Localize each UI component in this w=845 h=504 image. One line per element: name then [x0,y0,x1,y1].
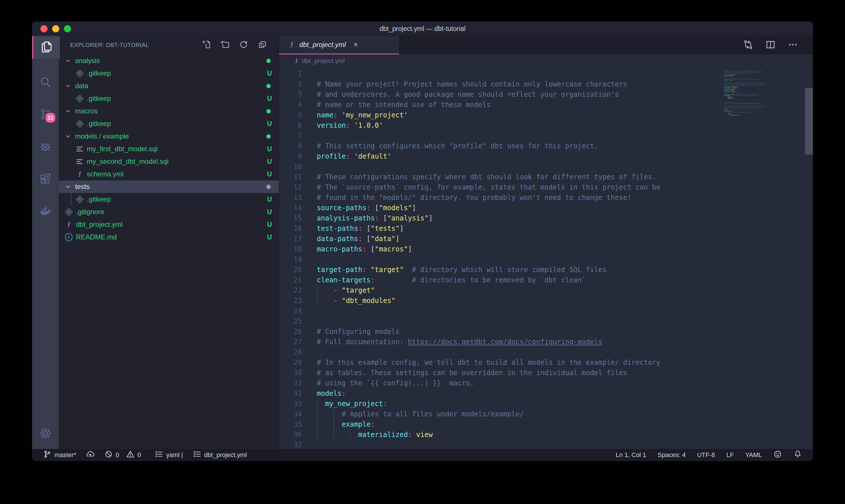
code-line-19[interactable] [317,254,660,265]
code-line-10[interactable] [317,162,660,172]
more-actions-icon[interactable] [788,39,798,51]
new-folder-icon[interactable] [220,40,230,50]
code-line-35[interactable]: example: [317,419,660,430]
code-line-25[interactable] [317,316,660,326]
code-line-1[interactable] [317,69,660,79]
code-line-24[interactable] [317,306,660,316]
tree-folder-tests[interactable]: tests [59,180,279,193]
code-line-15[interactable]: analysis-paths: ["analysis"] [317,213,660,223]
code-line-21[interactable]: clean-targets: # directories to be remov… [317,275,660,285]
code-line-26[interactable]: # Configuring models [317,326,660,337]
tree-file--gitkeep[interactable]: .gitkeepU [59,92,279,105]
code-line-4[interactable]: # name or the intended use of these mode… [317,100,660,110]
tab-dbt-project-yml[interactable]: ! dbt_project.yml × [279,36,399,54]
activity-item-extensions[interactable] [32,168,59,191]
code-line-23[interactable]: - "dbt_modules" [317,295,660,306]
eol-status[interactable]: LF [726,451,734,459]
tree-file--gitkeep[interactable]: .gitkeepU [59,67,279,79]
activity-item-explorer[interactable] [32,36,60,59]
line-number: 15 [279,213,302,223]
tree-file-my-second-dbt-model-sql[interactable]: my_second_dbt_model.sqlU [59,155,279,168]
code-line-31[interactable]: # using the `{{ config(...) }}` macro. [317,378,660,388]
code-line-8[interactable]: # This setting configures which "profile… [317,141,660,151]
sql-file-icon [76,158,83,165]
minimap[interactable]: # Name your project! Project names shoul… [724,69,780,384]
notifications-bell[interactable] [793,450,802,460]
code-line-14[interactable]: source-paths: ["models"] [317,203,660,213]
language-mode[interactable]: YAML [745,451,762,459]
code-line-37[interactable] [317,440,660,449]
activity-item-docker[interactable] [32,201,59,223]
code-line-27[interactable]: # Full documentation: https://docs.getdb… [317,337,660,347]
indent-guide [334,409,334,419]
tree-item-label: .gitkeep [87,69,111,77]
activity-item-debug[interactable] [32,136,59,158]
code-line-17[interactable]: data-paths: ["data"] [317,234,660,244]
code-line-3[interactable]: # and underscores. A good package name s… [317,89,660,100]
git-branch-status[interactable]: master* [43,450,76,460]
yaml-file-status[interactable]: dbt_project.yml [193,450,247,460]
code-line-36[interactable]: materialized: view [317,430,660,440]
yaml-lang-status[interactable]: yaml | [155,450,183,460]
zoom-window-button[interactable] [64,25,71,32]
tree-file-schema-yml[interactable]: !schema.ymlU [59,168,279,180]
tree-folder-data[interactable]: data [59,79,279,92]
code-line-5[interactable]: name: 'my_new_project' [317,110,660,120]
encoding-status[interactable]: UTF-8 [697,451,715,459]
code-line-18[interactable]: macro-paths: ["macros"] [317,244,660,254]
tree-file-my-first-dbt-model-sql[interactable]: my_first_dbt_model.sqlU [59,143,279,155]
breadcrumb[interactable]: ! dbt_project.yml [279,54,813,67]
close-window-button[interactable] [40,25,48,32]
tree-folder-macros[interactable]: macros [59,105,279,118]
code-line-29[interactable]: # In this example config, we tell dbt to… [317,357,660,368]
tree-file--gitkeep[interactable]: .gitkeepU [59,193,279,205]
code-line-32[interactable]: models: [317,388,660,399]
minimize-window-button[interactable] [52,25,59,32]
split-editor-icon[interactable] [766,39,776,51]
cursor-position[interactable]: Ln 1, Col 1 [615,451,646,459]
sync-changes[interactable] [86,450,94,460]
line-number: 6 [279,120,302,130]
code-line-20[interactable]: target-path: "target" # directory which … [317,265,660,275]
problems-status[interactable]: 0 0 [104,450,141,460]
code-line-9[interactable]: profile: 'default' [317,151,660,162]
scrollbar-thumb[interactable] [805,88,813,155]
code-line-2[interactable]: # Name your project! Project names shoul… [317,79,660,89]
code-line-37[interactable] [724,116,774,117]
git-untracked-badge: U [267,95,272,103]
activity-item-search[interactable] [32,71,59,94]
code-line-7[interactable] [317,130,660,141]
indent-guide [317,295,317,306]
feedback-smiley[interactable] [773,450,782,460]
code-line-11[interactable]: # These configurations specify where dbt… [317,172,660,182]
tree-folder-analysis[interactable]: analysis [59,54,279,67]
tab-label: dbt_project.yml [299,41,346,49]
code-line-12[interactable]: # The `source-paths` config, for example… [317,182,660,193]
new-file-icon[interactable] [202,40,211,50]
collapse-all-icon[interactable] [258,40,267,50]
indentation-status[interactable]: Spaces: 4 [658,451,686,459]
settings-gear[interactable] [32,423,59,445]
code-line-30[interactable]: # as tables. These settings can be overr… [317,368,660,378]
code-line-22[interactable]: - "target" [317,285,660,295]
tree-file--gitkeep[interactable]: .gitkeepU [59,118,279,130]
code-line-34[interactable]: # Applies to all files under models/exam… [317,409,660,419]
code-line-6[interactable]: version: '1.0.0' [317,120,660,130]
tree-file--gitignore[interactable]: .gitignoreU [59,205,279,218]
code-line-13[interactable]: # found in the "models/" directory. You … [317,193,660,203]
code-line-33[interactable]: my_new_project: [317,399,660,409]
line-number: 10 [279,162,302,172]
code-content[interactable]: # Name your project! Project names shoul… [317,69,660,449]
tree-file-dbt-project-yml[interactable]: !dbt_project.ymlU [59,218,279,231]
close-tab-icon[interactable]: × [353,41,358,49]
activity-item-source-control[interactable]: 11 [32,104,59,126]
tree-file-readme-md[interactable]: iREADME.mdU [59,231,279,244]
open-changes-icon[interactable] [743,39,753,51]
code-line-16[interactable]: test-paths: ["tests"] [317,223,660,234]
refresh-icon[interactable] [239,40,248,50]
tree-folder-models-example[interactable]: models / example [59,130,279,143]
code-editor[interactable]: 1234567891011121314151617181920212223242… [279,67,813,449]
line-number-gutter[interactable]: 1234567891011121314151617181920212223242… [279,69,302,449]
editor-scrollbar[interactable] [805,67,813,449]
code-line-28[interactable] [317,347,660,357]
